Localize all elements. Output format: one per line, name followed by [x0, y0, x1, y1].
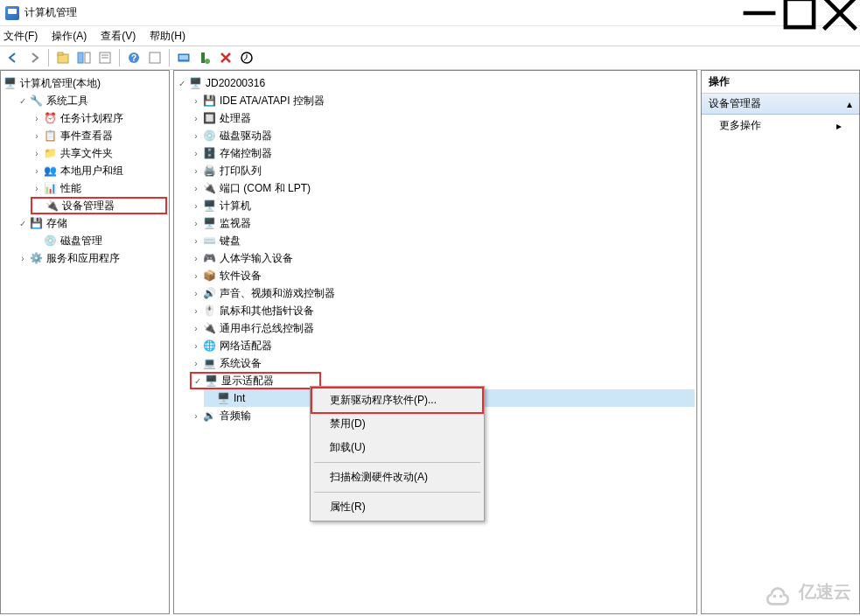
- dev-monitor[interactable]: ›🖥️监视器: [190, 214, 695, 232]
- sysdev-icon: 💻: [202, 356, 216, 370]
- actions-panel: 操作 设备管理器 ▴ 更多操作 ▸: [701, 70, 860, 614]
- dev-hid[interactable]: ›🎮人体学输入设备: [190, 249, 695, 267]
- sound-icon: 🔊: [202, 286, 216, 300]
- expand-icon[interactable]: ›: [31, 131, 43, 141]
- tree-root[interactable]: 🖥️计算机管理(本地): [3, 74, 167, 92]
- menu-help[interactable]: 帮助(H): [150, 29, 185, 44]
- help-button[interactable]: ?: [124, 48, 143, 67]
- close-button[interactable]: [820, 0, 860, 26]
- network-icon: 🌐: [202, 339, 216, 353]
- dev-computer[interactable]: ›🖥️计算机: [190, 197, 695, 214]
- mouse-icon: 🖱️: [202, 304, 216, 318]
- software-icon: 📦: [202, 269, 216, 283]
- collapse-icon[interactable]: ✓: [17, 96, 29, 106]
- pc-icon: 🖥️: [188, 76, 202, 90]
- refresh-button[interactable]: [145, 48, 164, 67]
- app-icon: [5, 6, 19, 20]
- services-icon: ⚙️: [29, 251, 43, 265]
- display-icon: 🖥️: [204, 374, 218, 388]
- gpu-icon: 🖥️: [216, 391, 230, 405]
- dev-keyboard[interactable]: ›⌨️键盘: [190, 232, 695, 249]
- dev-network[interactable]: ›🌐网络适配器: [190, 337, 695, 354]
- left-tree-panel: 🖥️计算机管理(本地) ✓🔧系统工具 ›⏰任务计划程序 ›📋事件查看器 ›📁共享…: [0, 70, 170, 614]
- collapse-icon[interactable]: ✓: [192, 376, 204, 386]
- computer-icon: 🖥️: [202, 199, 216, 213]
- dev-software[interactable]: ›📦软件设备: [190, 267, 695, 284]
- delete-button[interactable]: [216, 48, 235, 67]
- usb-icon: 🔌: [202, 321, 216, 335]
- tree-sharedfolders[interactable]: ›📁共享文件夹: [31, 144, 167, 162]
- show-hide-button[interactable]: [74, 48, 94, 67]
- cpu-icon: 🔲: [202, 111, 216, 125]
- forward-button[interactable]: [24, 48, 44, 67]
- svg-rect-15: [179, 55, 188, 60]
- dev-printq[interactable]: ›🖨️打印队列: [190, 162, 695, 179]
- audio-icon: 🔉: [202, 409, 216, 423]
- ctx-disable[interactable]: 禁用(D): [312, 412, 482, 436]
- tree-localusers[interactable]: ›👥本地用户和组: [31, 162, 167, 179]
- menu-file[interactable]: 文件(F): [3, 29, 38, 44]
- watermark-icon: [762, 576, 794, 607]
- device-root[interactable]: ✓🖥️JD20200316: [176, 74, 695, 92]
- tree-performance[interactable]: ›📊性能: [31, 179, 167, 197]
- expand-icon[interactable]: ›: [17, 254, 29, 263]
- actions-header: 操作: [702, 71, 859, 94]
- dev-disk[interactable]: ›💿磁盘驱动器: [190, 127, 695, 144]
- center-device-panel: ✓🖥️JD20200316 ›💾IDE ATA/ATAPI 控制器 ›🔲处理器 …: [173, 70, 697, 614]
- dev-sound[interactable]: ›🔊声音、视频和游戏控制器: [190, 284, 695, 302]
- svg-rect-13: [150, 52, 160, 63]
- svg-point-20: [780, 595, 783, 598]
- ctx-scan[interactable]: 扫描检测硬件改动(A): [312, 466, 482, 489]
- dev-display[interactable]: ✓🖥️显示适配器: [190, 372, 321, 389]
- ctx-uninstall[interactable]: 卸载(U): [312, 436, 482, 459]
- maximize-button[interactable]: [780, 0, 820, 26]
- tree-systools[interactable]: ✓🔧系统工具: [17, 92, 167, 109]
- update-button[interactable]: [237, 48, 256, 67]
- dev-ide[interactable]: ›💾IDE ATA/ATAPI 控制器: [190, 92, 695, 109]
- svg-point-17: [205, 59, 210, 64]
- event-icon: 📋: [43, 129, 57, 143]
- toolbar: ?: [0, 46, 860, 70]
- watermark: 亿速云: [762, 576, 851, 607]
- tree-diskmgmt[interactable]: 💿磁盘管理: [31, 232, 167, 249]
- properties-button[interactable]: [95, 48, 115, 67]
- svg-rect-6: [78, 52, 83, 63]
- printer-icon: 🖨️: [202, 164, 216, 178]
- dev-storage[interactable]: ›🗄️存储控制器: [190, 144, 695, 162]
- up-button[interactable]: [53, 48, 73, 67]
- add-button[interactable]: [195, 48, 214, 67]
- submenu-arrow-icon: ▸: [836, 120, 842, 132]
- actions-more[interactable]: 更多操作 ▸: [702, 115, 859, 136]
- storage-ctrl-icon: 🗄️: [202, 146, 216, 160]
- clock-icon: ⏰: [43, 111, 57, 125]
- port-icon: 🔌: [202, 181, 216, 195]
- dev-usb[interactable]: ›🔌通用串行总线控制器: [190, 319, 695, 337]
- dev-ports[interactable]: ›🔌端口 (COM 和 LPT): [190, 179, 695, 197]
- dev-mouse[interactable]: ›🖱️鼠标和其他指针设备: [190, 302, 695, 319]
- svg-point-19: [773, 595, 777, 598]
- tree-eventviewer[interactable]: ›📋事件查看器: [31, 127, 167, 144]
- expand-icon[interactable]: ›: [31, 114, 43, 123]
- actions-section[interactable]: 设备管理器 ▴: [702, 94, 859, 115]
- svg-rect-1: [786, 0, 814, 27]
- expand-icon[interactable]: ›: [31, 149, 43, 158]
- tree-tasksch[interactable]: ›⏰任务计划程序: [31, 109, 167, 127]
- dev-sysdev[interactable]: ›💻系统设备: [190, 354, 695, 372]
- menu-view[interactable]: 查看(V): [101, 29, 136, 44]
- tree-devicemgr[interactable]: 🔌设备管理器: [31, 197, 167, 214]
- collapse-icon[interactable]: ✓: [176, 79, 188, 88]
- minimize-button[interactable]: [739, 0, 780, 26]
- back-button[interactable]: [3, 48, 23, 67]
- tree-storage[interactable]: ✓💾存储: [17, 214, 167, 232]
- tree-services[interactable]: ›⚙️服务和应用程序: [17, 249, 167, 267]
- dev-cpu[interactable]: ›🔲处理器: [190, 109, 695, 127]
- expand-icon[interactable]: ›: [31, 166, 43, 176]
- expand-icon[interactable]: ›: [31, 184, 43, 193]
- ctx-properties[interactable]: 属性(R): [312, 495, 482, 519]
- scan-button[interactable]: [174, 48, 193, 67]
- menu-action[interactable]: 操作(A): [52, 29, 87, 44]
- ctx-separator: [314, 462, 480, 463]
- keyboard-icon: ⌨️: [202, 234, 216, 248]
- collapse-icon[interactable]: ✓: [17, 219, 29, 228]
- ctx-update-driver[interactable]: 更新驱动程序软件(P)...: [311, 387, 484, 414]
